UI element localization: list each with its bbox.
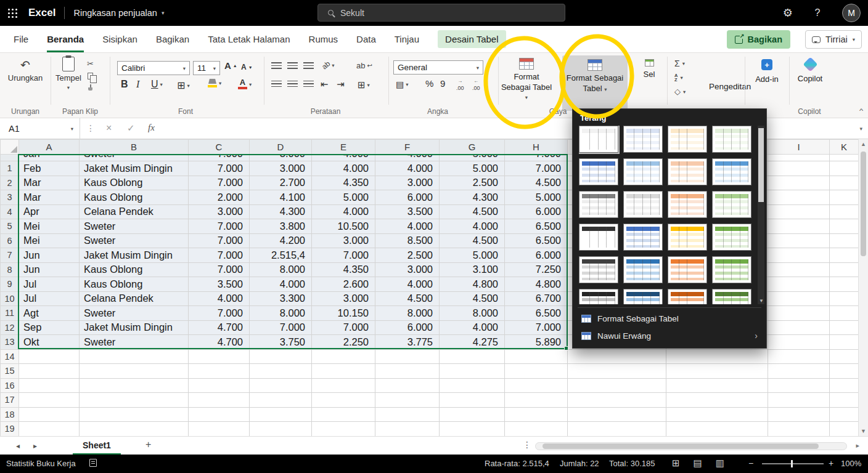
cell[interactable]: 3.000 — [250, 161, 312, 176]
cell[interactable]: Jun — [19, 262, 80, 277]
cell[interactable] — [830, 262, 859, 277]
cell[interactable]: 3.775 — [375, 335, 440, 350]
cell[interactable]: 4.800 — [505, 277, 568, 292]
cell[interactable] — [19, 349, 80, 364]
name-box[interactable]: A1 ▾ — [0, 118, 80, 139]
cell[interactable] — [505, 393, 568, 408]
cell[interactable] — [189, 378, 250, 393]
share-button[interactable]: Bagikan — [727, 30, 790, 49]
cell[interactable]: 4.000 — [312, 204, 375, 219]
table-style-thumbnail[interactable] — [668, 191, 707, 218]
table-style-thumbnail[interactable] — [668, 289, 707, 304]
cell[interactable] — [768, 349, 830, 364]
tab-data[interactable]: Data — [356, 26, 376, 52]
cell[interactable]: 3.750 — [250, 335, 312, 350]
cell[interactable]: Mei — [19, 233, 80, 248]
align-top-button[interactable] — [271, 62, 282, 70]
status-average[interactable]: Rata-rata: 2.515,4 — [485, 459, 549, 468]
add-sheet-button[interactable]: + — [145, 439, 151, 450]
row-header[interactable]: 14 — [1, 349, 19, 364]
cell[interactable]: Jul — [19, 291, 80, 306]
cell[interactable]: 7.000 — [189, 306, 250, 321]
cell[interactable]: Jun — [19, 248, 80, 263]
cell[interactable] — [312, 364, 375, 379]
search-input[interactable]: Sekult — [317, 4, 565, 22]
cell[interactable] — [768, 204, 830, 219]
cell[interactable] — [768, 219, 830, 234]
cell[interactable] — [666, 393, 768, 408]
sheet-tab-active[interactable]: Sheet1 — [73, 437, 121, 455]
cell[interactable]: Jaket Musim Dingin — [80, 248, 189, 263]
cell[interactable]: Kaus Oblong — [80, 277, 189, 292]
cell[interactable] — [830, 335, 859, 350]
cell[interactable]: 7.000 — [505, 320, 568, 335]
row-header[interactable]: 13 — [1, 335, 19, 350]
cell[interactable] — [375, 393, 440, 408]
status-sum[interactable]: Total: 30.185 — [609, 459, 655, 468]
font-name-combo[interactable]: Calibri▾ — [117, 61, 190, 75]
cell[interactable] — [768, 393, 830, 408]
cell[interactable]: 3.000 — [375, 262, 440, 277]
document-title[interactable]: Ringkasan penjualan — [73, 8, 157, 18]
cell[interactable] — [19, 422, 80, 437]
tab-beranda[interactable]: Beranda — [47, 26, 84, 52]
row-header[interactable]: 18 — [1, 407, 19, 422]
cell[interactable] — [312, 422, 375, 437]
increase-decimal-button[interactable]: →.00 — [456, 79, 464, 91]
addin-button[interactable]: + Add-in — [751, 59, 783, 84]
copilot-button[interactable]: Copilot — [794, 59, 826, 83]
scroll-up-icon[interactable]: ▲ — [859, 141, 868, 147]
table-style-thumbnail[interactable] — [623, 191, 663, 218]
cell[interactable] — [830, 155, 859, 161]
cell[interactable] — [768, 320, 830, 335]
workbook-statistics[interactable]: Statistik Buku Kerja — [6, 459, 76, 468]
cell[interactable]: Mar — [19, 176, 80, 190]
column-header[interactable]: E — [312, 140, 375, 155]
cell[interactable] — [768, 335, 830, 350]
cell[interactable] — [830, 306, 859, 321]
cell[interactable] — [440, 378, 505, 393]
cell[interactable]: 7.000 — [189, 262, 250, 277]
gallery-scrollbar[interactable]: ▼ — [758, 126, 764, 304]
vertical-scroll-thumb[interactable] — [861, 152, 866, 256]
menu-format-as-table[interactable]: Format Sebagai Tabel — [573, 310, 766, 327]
cell[interactable]: 4.000 — [250, 277, 312, 292]
cell[interactable]: 4.000 — [375, 277, 440, 292]
cell[interactable]: Sweter — [80, 335, 189, 350]
cell[interactable]: 3.500 — [375, 204, 440, 219]
row-header[interactable] — [1, 155, 19, 161]
cell[interactable]: 4.350 — [312, 262, 375, 277]
cell[interactable]: 5.000 — [440, 248, 505, 263]
cell[interactable] — [666, 378, 768, 393]
cell[interactable]: 6.500 — [505, 306, 568, 321]
cell[interactable]: 6.000 — [375, 320, 440, 335]
format-painter-icon[interactable] — [87, 84, 94, 91]
cell[interactable]: 7.000 — [189, 233, 250, 248]
sort-filter-button[interactable]: AZ▾ — [674, 73, 686, 82]
cell[interactable]: 2.500 — [440, 176, 505, 190]
cell[interactable]: Sweter — [80, 219, 189, 234]
cell[interactable]: 2.500 — [375, 248, 440, 263]
cell[interactable] — [568, 422, 666, 437]
gallery-scroll-thumb[interactable] — [758, 128, 764, 202]
increase-font-button[interactable]: A▲ — [224, 60, 237, 71]
cell[interactable] — [768, 233, 830, 248]
cell[interactable]: 7.000 — [505, 161, 568, 176]
cell[interactable] — [768, 306, 830, 321]
cell[interactable] — [250, 364, 312, 379]
cell[interactable]: Apr — [19, 204, 80, 219]
cell[interactable] — [666, 349, 768, 364]
cell[interactable]: 3.100 — [440, 262, 505, 277]
cell[interactable]: 2.250 — [312, 335, 375, 350]
cell[interactable] — [830, 161, 859, 176]
table-style-thumbnail[interactable] — [668, 224, 707, 251]
cell[interactable] — [80, 393, 189, 408]
cell[interactable] — [250, 393, 312, 408]
cell[interactable]: Kaus Oblong — [80, 190, 189, 205]
cell[interactable] — [80, 364, 189, 379]
menu-new-table-style[interactable]: Nawui Erwáng › — [573, 327, 766, 344]
cell[interactable]: 4.500 — [505, 176, 568, 190]
cell[interactable]: 6.500 — [505, 233, 568, 248]
cell[interactable] — [505, 422, 568, 437]
cell[interactable] — [19, 364, 80, 379]
